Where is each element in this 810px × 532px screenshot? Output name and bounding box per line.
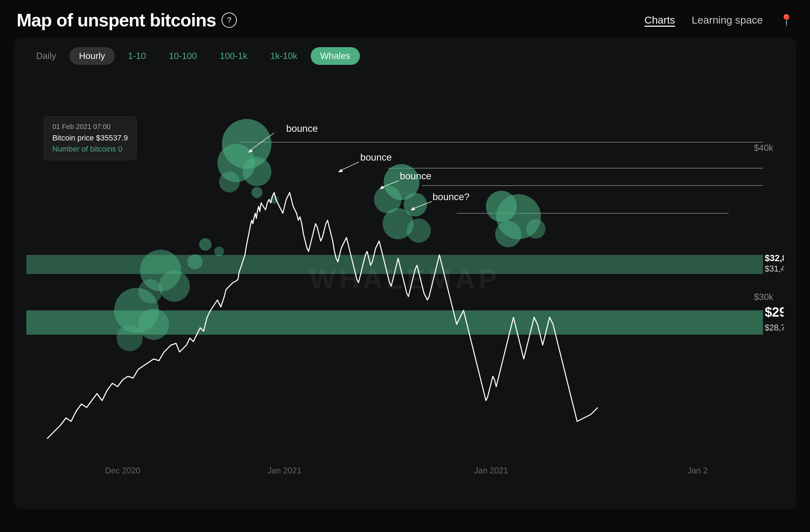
- tooltip-date: 01 Feb 2021 07:00: [52, 123, 128, 131]
- tooltip-btc: Number of bitcoins 0: [52, 145, 128, 154]
- y-label-40k: $40k: [754, 143, 773, 153]
- nav-learning[interactable]: Learning space: [692, 14, 763, 26]
- header-left: Map of unspent bitcoins ?: [17, 10, 237, 31]
- annotation-bounce2: bounce: [360, 152, 392, 163]
- annotation-bounce3: bounce: [400, 171, 431, 181]
- bubble-s4: [251, 187, 262, 198]
- header-right: Charts Learning space 📍: [644, 14, 793, 27]
- tooltip-box: 01 Feb 2021 07:00 Bitcoin price $35537.9…: [44, 116, 137, 160]
- bubble-1d: [219, 172, 240, 192]
- bounce2-arrow: [339, 162, 359, 171]
- annotation-bounce4: bounce?: [432, 191, 469, 202]
- price-level-28727: $28,727: [765, 323, 784, 332]
- bubble-s2: [214, 247, 224, 256]
- bubble-1c: [242, 157, 271, 186]
- bounce2-arrowhead: [338, 169, 343, 172]
- filter-100-1k[interactable]: 100-1k: [210, 47, 257, 65]
- filter-1k-10k[interactable]: 1k-10k: [260, 47, 307, 65]
- x-label-dec2020: Dec 2020: [105, 466, 140, 475]
- x-label-jan2021-1: Jan 2021: [268, 466, 302, 475]
- bubble-5b: [138, 309, 169, 340]
- filter-daily[interactable]: Daily: [26, 47, 66, 65]
- filter-1-10[interactable]: 1-10: [118, 47, 156, 65]
- bubble-4b: [159, 271, 190, 302]
- nav-charts[interactable]: Charts: [644, 14, 675, 26]
- chart-container: Daily Hourly 1-10 10-100 100-1k 1k-10k W…: [14, 37, 796, 509]
- filter-10-100[interactable]: 10-100: [159, 47, 207, 65]
- bubble-3d: [526, 219, 545, 239]
- y-label-30k: $30k: [754, 292, 773, 302]
- tooltip-price: Bitcoin price $35537.9: [52, 134, 128, 143]
- x-label-jan2021-2: Jan 2021: [474, 466, 508, 475]
- x-label-jan2: Jan 2: [688, 466, 708, 475]
- location-icon[interactable]: 📍: [779, 14, 793, 27]
- filter-hourly[interactable]: Hourly: [69, 47, 115, 65]
- page-header: Map of unspent bitcoins ? Charts Learnin…: [0, 0, 810, 37]
- bubble-s1: [199, 238, 212, 251]
- bubble-5c: [117, 325, 143, 351]
- bubble-s3: [188, 254, 203, 269]
- price-level-32800: $32,800: [765, 253, 784, 263]
- help-icon[interactable]: ?: [222, 12, 237, 28]
- bubble-3c: [495, 221, 521, 247]
- page-title: Map of unspent bitcoins: [17, 10, 216, 31]
- chart-area: 01 Feb 2021 07:00 Bitcoin price $35537.9…: [26, 75, 784, 484]
- annotation-bounce1: bounce: [286, 123, 318, 134]
- bubble-2e: [407, 218, 431, 243]
- chart-svg: $40k $30k Dec 2020 Jan 2021 Jan 2021 Jan…: [26, 75, 784, 484]
- price-level-29314: $29,314: [765, 305, 784, 319]
- filter-row: Daily Hourly 1-10 10-100 100-1k 1k-10k W…: [26, 47, 784, 65]
- filter-whales[interactable]: Whales: [311, 47, 360, 65]
- price-level-31436: $31,436: [765, 264, 784, 273]
